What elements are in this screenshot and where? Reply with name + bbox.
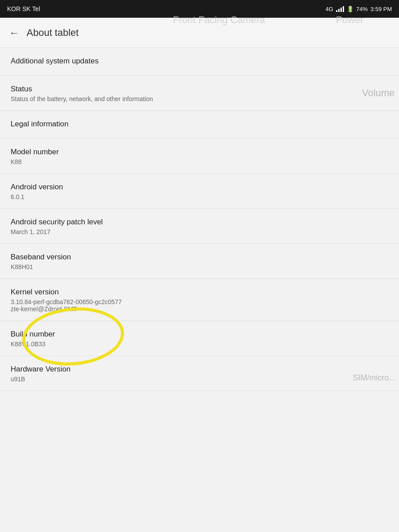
item-subtitle: K88: [11, 158, 388, 165]
settings-item-baseband[interactable]: Baseband version K88H01: [0, 244, 399, 279]
settings-item-kernel[interactable]: Kernel version 3.10.84-perf-gcdba782-006…: [0, 279, 399, 321]
settings-item-build-number[interactable]: Build number K88V1.0B33: [0, 321, 399, 356]
carrier-text: KOR SK Tel: [7, 5, 40, 12]
item-subtitle: March 1, 2017: [11, 228, 388, 235]
time-display: 3:59 PM: [371, 6, 392, 12]
item-title: Kernel version: [11, 288, 388, 297]
item-title: Status: [11, 85, 388, 94]
settings-item-android-version[interactable]: Android version 6.0.1: [0, 174, 399, 209]
settings-item-additional-updates[interactable]: Additional system updates: [0, 48, 399, 76]
item-title: Legal information: [11, 120, 388, 129]
item-title: Baseband version: [11, 253, 388, 262]
item-subtitle: 3.10.84-perf-gcdba782-00650-gc2c0577zte-…: [11, 298, 388, 313]
content-area[interactable]: Additional system updates Status Status …: [0, 48, 399, 532]
back-button[interactable]: ←: [9, 27, 20, 39]
battery-icon: 🔋: [347, 6, 354, 12]
item-subtitle: K88H01: [11, 263, 388, 270]
item-title: Model number: [11, 148, 388, 156]
settings-item-hardware-version[interactable]: Hardware Version u91B SIM/micro...: [0, 356, 399, 391]
settings-item-legal[interactable]: Legal information: [0, 111, 399, 139]
item-title: Additional system updates: [11, 57, 388, 66]
item-subtitle: K88V1.0B33: [11, 340, 388, 348]
page-title: About tablet: [27, 27, 78, 39]
item-title: Build number: [11, 330, 388, 339]
status-bar: KOR SK Tel 4G 🔋 74% 3:59 PM: [0, 0, 399, 18]
settings-item-security-patch[interactable]: Android security patch level March 1, 20…: [0, 209, 399, 244]
status-bar-right: 4G 🔋 74% 3:59 PM: [325, 6, 392, 12]
signal-bars-icon: [336, 6, 344, 12]
top-bar: ← About tablet: [0, 18, 399, 48]
signal-type: 4G: [325, 6, 333, 12]
item-subtitle: u91B: [11, 376, 388, 383]
settings-item-model-number[interactable]: Model number K88: [0, 139, 399, 174]
battery-percent: 74%: [356, 6, 368, 12]
sim-side-label: SIM/micro...: [353, 373, 395, 383]
item-title: Android version: [11, 183, 388, 192]
item-subtitle: Status of the battery, network, and othe…: [11, 95, 388, 102]
item-subtitle: 6.0.1: [11, 193, 388, 200]
volume-side-label: Volume: [362, 87, 395, 99]
settings-item-status[interactable]: Status Status of the battery, network, a…: [0, 76, 399, 111]
item-title: Android security patch level: [11, 218, 388, 227]
item-title: Hardware Version: [11, 365, 388, 374]
